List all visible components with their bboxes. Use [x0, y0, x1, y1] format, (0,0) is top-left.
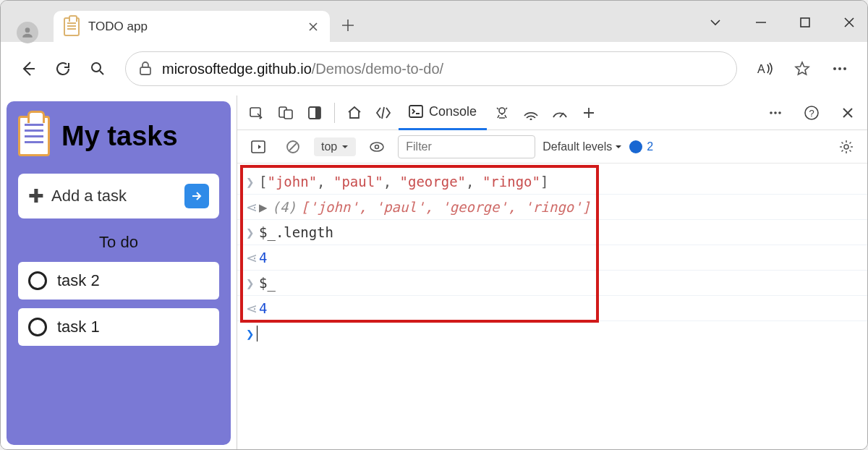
maximize-button[interactable]: [799, 17, 811, 28]
task-checkbox[interactable]: [28, 271, 47, 290]
devtools-more-icon[interactable]: [762, 99, 789, 127]
more-tabs-button[interactable]: [575, 99, 603, 127]
console-line-output: ⋖ 4: [237, 296, 867, 321]
browser-toolbar: microsoftedge.github.io/Demos/demo-to-do…: [1, 42, 867, 95]
tab-close-button[interactable]: [307, 20, 320, 33]
svg-point-15: [770, 111, 773, 114]
task-label: task 2: [57, 271, 100, 290]
context-selector[interactable]: top: [314, 137, 356, 156]
svg-point-13: [499, 108, 505, 114]
issues-count: 2: [647, 140, 653, 153]
device-toggle-icon[interactable]: [272, 99, 299, 127]
url-path: /Demos/demo-to-do/: [312, 61, 443, 77]
console-toolbar: top Default levels 2: [237, 130, 867, 164]
add-task-row[interactable]: ✚ Add a task: [18, 174, 219, 218]
devtools-close-button[interactable]: [834, 99, 861, 127]
prompt-chevron-icon: ❯: [246, 326, 254, 341]
svg-point-6: [843, 67, 846, 70]
svg-point-24: [844, 145, 848, 149]
svg-rect-0: [801, 18, 809, 27]
live-expression-icon[interactable]: [363, 133, 391, 161]
help-icon[interactable]: ?: [798, 99, 825, 127]
text-cursor: [257, 326, 258, 341]
devtools-panel: Console ? top Default levels: [237, 95, 867, 450]
result-value: 4: [259, 250, 267, 266]
elements-tab-icon[interactable]: [370, 99, 397, 127]
console-tab-label: Console: [429, 104, 477, 119]
svg-text:A: A: [757, 63, 765, 75]
console-prompt[interactable]: ❯: [237, 321, 867, 346]
profile-avatar-icon[interactable]: [17, 22, 38, 43]
content-area: My tasks ✚ Add a task To do task 2 task …: [1, 95, 867, 450]
array-count: (4): [271, 199, 296, 215]
inspect-icon[interactable]: [243, 99, 271, 127]
performance-tab-icon[interactable]: [546, 99, 574, 127]
dock-side-icon[interactable]: [301, 99, 328, 127]
output-chevron-icon: ⋖: [246, 300, 259, 316]
tab-favicon-clipboard-icon: [64, 17, 80, 36]
levels-label: Default levels: [542, 140, 612, 153]
clear-console-icon[interactable]: [279, 133, 307, 161]
read-aloud-button[interactable]: A: [749, 53, 780, 85]
log-levels-selector[interactable]: Default levels: [542, 140, 622, 153]
todo-app: My tasks ✚ Add a task To do task 2 task …: [1, 95, 237, 450]
welcome-tab-icon[interactable]: [341, 99, 368, 127]
toggle-sidebar-icon[interactable]: [244, 133, 272, 161]
svg-point-5: [838, 67, 841, 70]
plus-icon: ✚: [28, 185, 44, 208]
clipboard-icon: [18, 116, 50, 156]
favorite-button[interactable]: [786, 53, 818, 85]
console-tab[interactable]: Console: [399, 95, 487, 130]
devtools-tabstrip: Console ?: [237, 95, 867, 130]
task-checkbox[interactable]: [28, 318, 47, 336]
browser-tab[interactable]: TODO app: [54, 11, 330, 42]
caret-down-icon[interactable]: [708, 15, 723, 30]
browser-titlebar: TODO app: [1, 1, 867, 42]
code-text: $_: [259, 275, 276, 291]
console-line-output: ⋖ 4: [237, 245, 867, 271]
input-chevron-icon: ❯: [246, 174, 259, 190]
window-controls: [708, 15, 856, 30]
back-button[interactable]: [12, 53, 44, 85]
network-tab-icon[interactable]: [517, 99, 545, 127]
section-heading: To do: [18, 233, 219, 252]
console-settings-icon[interactable]: [833, 133, 860, 161]
filter-input[interactable]: [398, 135, 535, 158]
more-menu-button[interactable]: [824, 53, 856, 85]
task-item[interactable]: task 1: [18, 308, 219, 346]
close-window-button[interactable]: [843, 16, 856, 29]
add-task-label: Add a task: [51, 187, 184, 205]
svg-rect-2: [140, 67, 150, 75]
input-chevron-icon: ❯: [246, 224, 259, 240]
issues-indicator[interactable]: 2: [629, 140, 653, 153]
input-chevron-icon: ❯: [246, 275, 259, 291]
app-header: My tasks: [18, 116, 219, 156]
tab-title: TODO app: [88, 20, 307, 34]
expand-icon[interactable]: ▶: [259, 199, 267, 215]
svg-point-16: [774, 111, 777, 114]
new-tab-button[interactable]: [341, 18, 355, 33]
console-line-input: ❯ [["john", "paul", "george", "ringo"]"j…: [237, 169, 867, 195]
output-chevron-icon: ⋖: [246, 250, 259, 266]
refresh-button[interactable]: [47, 53, 79, 85]
task-label: task 1: [57, 318, 100, 336]
context-label: top: [321, 140, 337, 153]
submit-task-button[interactable]: [184, 184, 209, 208]
svg-text:?: ?: [809, 108, 814, 119]
code-text: $_.length: [259, 224, 333, 240]
console-output[interactable]: ❯ [["john", "paul", "george", "ringo"]"j…: [237, 164, 867, 450]
svg-point-4: [833, 67, 836, 70]
result-value: 4: [259, 300, 267, 316]
svg-point-23: [375, 145, 379, 148]
address-bar[interactable]: microsoftedge.github.io/Demos/demo-to-do…: [125, 51, 737, 86]
task-item[interactable]: task 2: [18, 262, 219, 300]
sources-tab-icon[interactable]: [488, 99, 516, 127]
minimize-button[interactable]: [754, 16, 767, 29]
console-line-input: ❯ $_.length: [237, 220, 867, 245]
search-button[interactable]: [82, 53, 114, 85]
issues-bubble-icon: [629, 140, 642, 153]
svg-point-22: [370, 143, 383, 151]
output-chevron-icon: ⋖: [246, 199, 259, 215]
lock-icon: [139, 61, 152, 76]
console-line-input: ❯ $_: [237, 271, 867, 296]
